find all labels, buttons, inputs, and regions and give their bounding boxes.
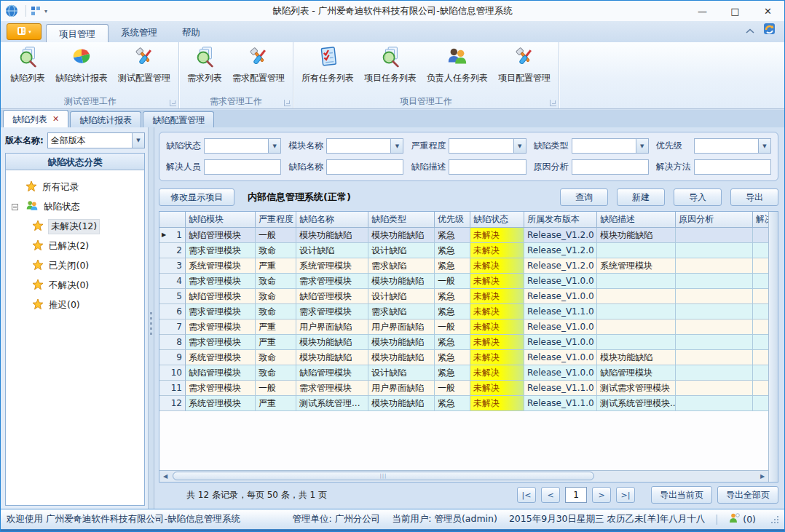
table-row[interactable]: 9系统管理模块致命模块功能缺陷模块功能缺陷紧急未解决Release_V1.0.0…: [159, 350, 768, 365]
cell-解决方法[interactable]: [753, 228, 768, 243]
ribbon-item-需求列表[interactable]: 需求列表: [182, 45, 227, 86]
row-selector[interactable]: 4: [159, 274, 186, 289]
filter-field-优先级[interactable]: [695, 139, 758, 153]
next-page-button[interactable]: >: [592, 487, 611, 503]
cell-缺陷类型[interactable]: 模块功能缺陷: [368, 335, 435, 350]
chevron-down-icon[interactable]: ▼: [390, 139, 403, 153]
filter-field-缺陷状态[interactable]: [205, 139, 268, 153]
cell-严重程度[interactable]: 一般: [256, 381, 296, 396]
cell-缺陷类型[interactable]: 设计缺陷: [368, 243, 435, 258]
filter-input-缺陷名称[interactable]: [326, 159, 403, 175]
cell-解决方法[interactable]: [753, 350, 768, 365]
cell-缺陷类型[interactable]: 设计缺陷: [368, 365, 435, 381]
vertical-scrollbar[interactable]: [768, 212, 778, 482]
cell-原因分析[interactable]: [676, 304, 753, 319]
cell-所属发布版本[interactable]: Release_V1.0.0: [524, 289, 597, 304]
cell-缺陷状态[interactable]: 未解决: [470, 274, 524, 289]
cell-优先级[interactable]: 一般: [435, 381, 470, 396]
table-row[interactable]: 10缺陷管理模块致命缺陷管理模块设计缺陷紧急未解决Release_V1.0.0缺…: [159, 365, 768, 381]
cell-原因分析[interactable]: [676, 350, 753, 365]
cell-缺陷类型[interactable]: 模块功能缺陷: [368, 274, 435, 289]
tree-item-缺陷状态[interactable]: 缺陷状态: [9, 197, 141, 217]
cell-缺陷类型[interactable]: 模块功能缺陷: [368, 228, 435, 243]
cell-原因分析[interactable]: [676, 258, 753, 274]
chevron-down-icon[interactable]: ▼: [268, 139, 280, 153]
cell-原因分析[interactable]: [676, 365, 753, 381]
column-header-缺陷类型[interactable]: 缺陷类型: [368, 212, 435, 228]
cell-优先级[interactable]: 一般: [435, 274, 470, 289]
ribbon-item-缺陷列表[interactable]: 缺陷列表: [5, 45, 50, 86]
cell-缺陷描述[interactable]: [597, 304, 676, 319]
cell-缺陷模块[interactable]: 缺陷管理模块: [186, 289, 256, 304]
cell-缺陷名称[interactable]: 需求管理模块: [296, 381, 368, 396]
column-header-缺陷名称[interactable]: 缺陷名称: [296, 212, 368, 228]
cell-解决方法[interactable]: [753, 258, 768, 274]
cell-优先级[interactable]: 紧急: [435, 365, 470, 381]
minimize-button[interactable]: —: [686, 1, 719, 21]
scroll-right-icon[interactable]: ▶: [757, 471, 768, 482]
column-header-原因分析[interactable]: 原因分析: [676, 212, 753, 228]
cell-严重程度[interactable]: 致命: [256, 243, 296, 258]
cell-所属发布版本[interactable]: Release_V1.0.0: [524, 319, 597, 335]
cell-所属发布版本[interactable]: Release_V1.0.0: [524, 365, 597, 381]
first-page-button[interactable]: |<: [517, 487, 536, 503]
cell-所属发布版本[interactable]: Release_V1.1.0: [524, 381, 597, 396]
cell-解决方法[interactable]: [753, 365, 768, 381]
cell-缺陷类型[interactable]: 需求缺陷: [368, 258, 435, 274]
version-select[interactable]: 全部版本 ▼: [47, 132, 145, 148]
doc-tab-缺陷配置管理[interactable]: 缺陷配置管理: [143, 111, 214, 127]
dialog-launcher-icon[interactable]: [170, 100, 176, 106]
cell-严重程度[interactable]: 严重: [256, 396, 296, 411]
filter-input-缺陷描述[interactable]: [449, 159, 526, 175]
horizontal-scrollbar[interactable]: ◀ ||| ▶: [159, 470, 768, 482]
cell-所属发布版本[interactable]: Release_V1.0.0: [524, 335, 597, 350]
table-row[interactable]: 12系统管理模块严重测试系统管理...模块功能缺陷紧急未解决Release_V1…: [159, 396, 768, 411]
cell-严重程度[interactable]: 致命: [256, 289, 296, 304]
filter-input-解决人员[interactable]: [204, 159, 281, 175]
ribbon-item-测试配置管理[interactable]: 测试配置管理: [113, 45, 175, 86]
cell-优先级[interactable]: 紧急: [435, 396, 470, 411]
modify-columns-button[interactable]: 修改显示项目: [159, 188, 234, 206]
filter-field-缺陷类型[interactable]: [572, 139, 636, 153]
table-row[interactable]: 7需求管理模块严重用户界面缺陷用户界面缺陷一般未解决Release_V1.0.0: [159, 319, 768, 335]
filter-combo-优先级[interactable]: ▼: [694, 138, 771, 154]
filter-field-缺陷名称[interactable]: [327, 160, 403, 174]
collapse-ribbon-icon[interactable]: [746, 23, 754, 37]
cell-解决方法[interactable]: [753, 289, 768, 304]
cell-解决方法[interactable]: [753, 243, 768, 258]
cell-缺陷描述[interactable]: 模块功能缺陷: [597, 228, 676, 243]
cell-缺陷状态[interactable]: 未解决: [470, 289, 524, 304]
cell-缺陷模块[interactable]: 系统管理模块: [186, 258, 256, 274]
horizontal-scrollbar-thumb[interactable]: |||: [173, 472, 594, 480]
cell-严重程度[interactable]: 致命: [256, 304, 296, 319]
filter-input-解决方法[interactable]: [694, 159, 771, 175]
cell-所属发布版本[interactable]: Release_V1.1.0: [524, 396, 597, 411]
cell-缺陷描述[interactable]: [597, 243, 676, 258]
filter-field-模块名称[interactable]: [327, 139, 390, 153]
tree-item-不解决(0)[interactable]: 不解决(0): [9, 276, 141, 295]
cell-缺陷描述[interactable]: [597, 289, 676, 304]
column-header-所属发布版本[interactable]: 所属发布版本: [524, 212, 597, 228]
cell-缺陷描述[interactable]: 模块功能缺陷: [597, 350, 676, 365]
ribbon-tab-帮助[interactable]: 帮助: [170, 23, 213, 42]
cell-缺陷状态[interactable]: 未解决: [470, 304, 524, 319]
cell-缺陷模块[interactable]: 系统管理模块: [186, 396, 256, 411]
cell-缺陷状态[interactable]: 未解决: [470, 396, 524, 411]
cell-缺陷名称[interactable]: 模块功能缺陷: [296, 350, 368, 365]
table-row[interactable]: 6需求管理模块致命需求管理模块需求缺陷紧急未解决Release_V1.1.0: [159, 304, 768, 319]
tree-item-已解决(2)[interactable]: 已解决(2): [9, 237, 141, 256]
cell-缺陷状态[interactable]: 未解决: [470, 319, 524, 335]
ribbon-item-所有任务列表[interactable]: 所有任务列表: [296, 45, 359, 86]
ribbon-item-项目配置管理[interactable]: 项目配置管理: [493, 45, 556, 86]
ribbon-tab-项目管理[interactable]: 项目管理: [46, 24, 109, 43]
row-selector[interactable]: 10: [159, 365, 186, 381]
cell-缺陷名称[interactable]: 系统管理模块: [296, 258, 368, 274]
cell-解决方法[interactable]: [753, 335, 768, 350]
cell-缺陷描述[interactable]: 测试需求管理模块: [597, 381, 676, 396]
cell-解决方法[interactable]: [753, 304, 768, 319]
cell-所属发布版本[interactable]: Release_V1.2.0: [524, 258, 597, 274]
row-selector[interactable]: ▶1: [159, 228, 186, 243]
cell-所属发布版本[interactable]: Release_V1.0.0: [524, 274, 597, 289]
tree-item-未解决(12)[interactable]: 未解决(12): [9, 217, 141, 237]
row-selector[interactable]: 6: [159, 304, 186, 319]
